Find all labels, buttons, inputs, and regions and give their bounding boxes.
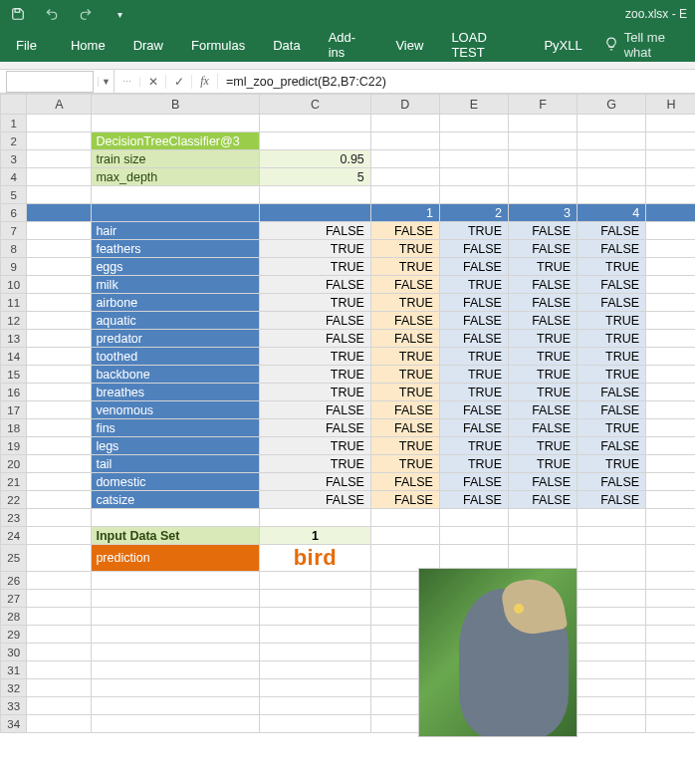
feature-val[interactable]: TRUE (370, 366, 439, 384)
row-header[interactable]: 2 (1, 132, 27, 150)
feature-val[interactable]: TRUE (260, 455, 371, 473)
cell[interactable] (646, 661, 695, 679)
feature-name[interactable]: hair (92, 222, 260, 240)
row-header[interactable]: 6 (1, 204, 27, 222)
row-header[interactable]: 34 (1, 715, 27, 733)
feature-val[interactable]: FALSE (508, 312, 577, 330)
cell[interactable] (92, 590, 260, 608)
col-header[interactable]: D (370, 95, 439, 115)
row-header[interactable]: 7 (1, 222, 27, 240)
input-set-label[interactable]: Input Data Set (92, 527, 260, 545)
feature-col-number[interactable]: 3 (508, 204, 577, 222)
feature-val[interactable]: TRUE (370, 384, 439, 401)
cell[interactable] (646, 276, 695, 294)
feature-val[interactable]: FALSE (260, 312, 371, 330)
cell[interactable] (578, 590, 646, 608)
feature-name[interactable]: milk (92, 276, 260, 294)
feature-val[interactable]: FALSE (439, 473, 508, 491)
feature-val[interactable]: FALSE (370, 491, 439, 509)
feature-name[interactable]: eggs (92, 258, 260, 276)
row-header[interactable]: 28 (1, 608, 27, 626)
cell[interactable] (27, 590, 92, 608)
cell[interactable] (27, 132, 92, 150)
cell[interactable] (260, 509, 371, 527)
cell[interactable] (27, 186, 92, 204)
name-box[interactable] (6, 71, 94, 93)
cell[interactable] (646, 590, 695, 608)
feature-val[interactable]: TRUE (578, 258, 646, 276)
cell[interactable] (260, 644, 371, 661)
cell[interactable] (578, 608, 646, 626)
row-header[interactable]: 24 (1, 527, 27, 545)
fx-icon[interactable]: fx (192, 74, 218, 89)
feature-val[interactable]: FALSE (260, 330, 371, 348)
cell[interactable] (92, 697, 260, 715)
formula-input[interactable]: =ml_zoo_predict(B2,B7:C22) (218, 70, 695, 93)
row-header[interactable]: 22 (1, 491, 27, 509)
feature-val[interactable]: FALSE (578, 276, 646, 294)
feature-val[interactable]: TRUE (260, 384, 371, 401)
cell[interactable] (27, 294, 92, 312)
feature-val[interactable]: TRUE (370, 294, 439, 312)
col-header[interactable]: H (646, 95, 695, 115)
feature-val[interactable]: FALSE (578, 240, 646, 258)
cell[interactable] (578, 527, 646, 545)
param-label[interactable]: max_depth (92, 168, 260, 186)
feature-val[interactable]: FALSE (260, 473, 371, 491)
cell[interactable] (508, 186, 577, 204)
tab-data[interactable]: Data (259, 28, 314, 62)
cell[interactable] (508, 509, 577, 527)
feature-name[interactable]: aquatic (92, 312, 260, 330)
cell[interactable] (92, 509, 260, 527)
cell[interactable] (646, 330, 695, 348)
feature-val[interactable]: FALSE (508, 473, 577, 491)
cell[interactable] (92, 186, 260, 204)
col-header[interactable]: F (508, 95, 577, 115)
tab-draw[interactable]: Draw (119, 28, 177, 62)
cell[interactable] (92, 715, 260, 733)
feature-val[interactable]: FALSE (578, 384, 646, 401)
cell[interactable] (27, 715, 92, 733)
cell[interactable] (646, 491, 695, 509)
cell[interactable] (27, 312, 92, 330)
feature-name[interactable]: predator (92, 330, 260, 348)
feature-val[interactable]: FALSE (439, 240, 508, 258)
row-header[interactable]: 3 (1, 150, 27, 168)
cell[interactable] (260, 572, 371, 590)
feature-val[interactable]: TRUE (508, 455, 577, 473)
feature-name[interactable]: backbone (92, 366, 260, 384)
cell[interactable] (27, 258, 92, 276)
feature-val[interactable]: FALSE (508, 276, 577, 294)
cell[interactable] (260, 661, 371, 679)
cell[interactable] (27, 626, 92, 644)
cell[interactable] (370, 168, 439, 186)
cell[interactable] (646, 419, 695, 437)
row-header[interactable]: 20 (1, 455, 27, 473)
cell[interactable] (27, 679, 92, 697)
feature-val[interactable]: TRUE (370, 348, 439, 366)
feature-val[interactable]: TRUE (370, 240, 439, 258)
row-header[interactable]: 32 (1, 679, 27, 697)
cell[interactable] (578, 150, 646, 168)
row-header[interactable]: 5 (1, 186, 27, 204)
feature-name[interactable]: feathers (92, 240, 260, 258)
feature-name[interactable]: airbone (92, 294, 260, 312)
undo-icon[interactable] (44, 6, 60, 22)
feature-val[interactable]: FALSE (578, 294, 646, 312)
cell[interactable] (260, 186, 371, 204)
cell[interactable] (439, 527, 508, 545)
feature-val[interactable]: FALSE (508, 240, 577, 258)
cell[interactable] (439, 168, 508, 186)
feature-col-number[interactable] (260, 204, 371, 222)
row-header[interactable]: 33 (1, 697, 27, 715)
cell[interactable] (646, 473, 695, 491)
row-header[interactable]: 26 (1, 572, 27, 590)
cell[interactable] (260, 115, 371, 132)
redo-icon[interactable] (78, 6, 94, 22)
cell[interactable] (646, 150, 695, 168)
param-value[interactable]: 5 (260, 168, 371, 186)
feature-name[interactable]: breathes (92, 384, 260, 401)
feature-val[interactable]: TRUE (439, 222, 508, 240)
col-header[interactable]: G (578, 95, 646, 115)
feature-name[interactable]: legs (92, 437, 260, 455)
